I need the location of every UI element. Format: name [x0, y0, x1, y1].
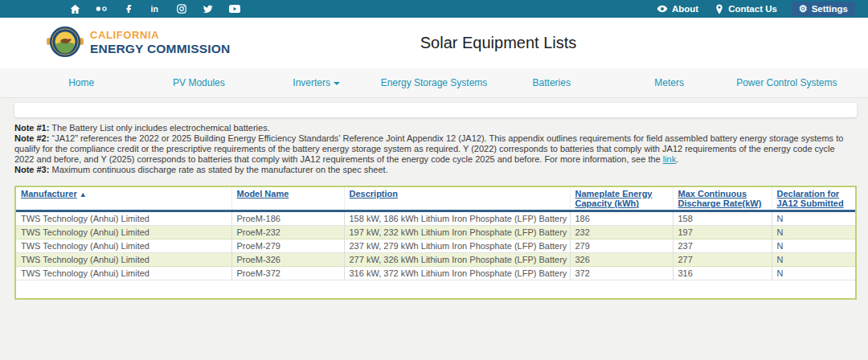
note-2-text: “JA12” references the 2022 or 2025 Build… [14, 133, 843, 164]
battery-list-table: Manufacturer▲Model NameDescriptionNamepl… [16, 187, 855, 280]
nav-item-pv-modules[interactable]: PV Modules [140, 77, 257, 88]
column-header-declaration-for-ja12-submitted: Declaration for JA12 Submitted [772, 187, 855, 211]
twitter-icon[interactable] [202, 3, 214, 15]
table-cell: 277 [673, 253, 772, 267]
table-cell: 277 kW, 326 kWh Lithium Iron Phosphate (… [344, 253, 570, 267]
logo-line-california: CALIFORNIA [90, 30, 231, 42]
sort-ascending-icon: ▲ [80, 190, 87, 199]
main-nav: HomePV ModulesInvertersEnergy Storage Sy… [0, 68, 868, 98]
instagram-icon[interactable] [175, 3, 187, 15]
table-cell: TWS Technology (Anhui) Limited [16, 211, 231, 226]
table-cell: 197 kW, 232 kWh Lithium Iron Phosphate (… [344, 226, 570, 239]
nav-item-batteries[interactable]: Batteries [493, 77, 610, 88]
social-icon-group: in [69, 3, 240, 15]
table-row: TWS Technology (Anhui) LimitedProeM-3262… [16, 253, 855, 267]
table-row: TWS Technology (Anhui) LimitedProeM-2321… [16, 226, 855, 239]
flickr-icon[interactable] [96, 3, 108, 15]
column-header-nameplate-energy-capacity-kwh: Nameplate Energy Capacity (kWh) [570, 187, 673, 211]
table-cell: 197 [673, 226, 772, 239]
note-1: Note #1: The Battery List only includes … [14, 123, 857, 133]
note-3: Note #3: Maximum continuous discharge ra… [14, 165, 857, 175]
about-label: About [672, 4, 698, 14]
note-3-label: Note #3: [14, 165, 49, 174]
facebook-icon[interactable] [122, 3, 134, 15]
table-cell: 237 [673, 239, 772, 253]
table-cell: 316 [673, 267, 772, 280]
logo-wordmark: CALIFORNIA ENERGY COMMISSION [90, 30, 231, 56]
site-header: CALIFORNIA ENERGY COMMISSION Solar Equip… [0, 18, 868, 68]
contact-us-label: Contact Us [728, 4, 777, 14]
table-cell: 326 [570, 253, 673, 267]
linkedin-icon[interactable]: in [149, 3, 161, 15]
note-2-label: Note #2: [14, 133, 49, 143]
notes-block: Note #1: The Battery List only includes … [14, 123, 857, 175]
table-cell: ProeM-186 [231, 211, 344, 226]
note-1-label: Note #1: [14, 123, 49, 133]
page-title: Solar Equipment Lists [420, 34, 577, 52]
column-sort-link[interactable]: Model Name [237, 189, 289, 198]
table-cell: TWS Technology (Anhui) Limited [16, 226, 231, 239]
table-body: TWS Technology (Anhui) LimitedProeM-1861… [16, 211, 855, 280]
youtube-icon[interactable] [228, 3, 240, 15]
nav-item-meters[interactable]: Meters [610, 77, 727, 88]
nav-item-energy-storage-systems[interactable]: Energy Storage Systems [375, 77, 493, 88]
settings-button[interactable]: ⚙ Settings [792, 2, 855, 16]
cec-seal-icon [47, 25, 84, 62]
column-header-manufacturer: Manufacturer▲ [16, 187, 231, 211]
column-sort-link[interactable]: Declaration for JA12 Submitted [777, 189, 844, 208]
table-cell: ProeM-232 [231, 226, 344, 239]
column-sort-link[interactable]: Description [350, 189, 399, 198]
eye-icon [657, 3, 669, 15]
nav-item-home[interactable]: Home [23, 77, 140, 88]
table-row: TWS Technology (Anhui) LimitedProeM-2792… [16, 239, 855, 253]
logo-line-energy-commission: ENERGY COMMISSION [90, 42, 231, 56]
cec-logo[interactable]: CALIFORNIA ENERGY COMMISSION [47, 25, 231, 62]
table-cell: N [772, 226, 855, 239]
column-sort-link[interactable]: Nameplate Energy Capacity (kWh) [575, 189, 653, 208]
column-sort-link[interactable]: Max Continuous Discharge Rate(kW) [678, 189, 762, 208]
table-cell: N [772, 239, 855, 253]
table-cell: 158 kW, 186 kWh Lithium Iron Phosphate (… [344, 211, 570, 226]
topbar-links: About Contact Us ⚙ Settings [657, 2, 855, 16]
table-cell: 158 [673, 211, 772, 226]
table-row: TWS Technology (Anhui) LimitedProeM-1861… [16, 211, 855, 226]
svg-text:in: in [150, 4, 158, 14]
map-pin-icon [713, 3, 725, 15]
chevron-down-icon [334, 82, 340, 85]
ja12-link[interactable]: link [663, 154, 677, 164]
table-header-row: Manufacturer▲Model NameDescriptionNamepl… [16, 187, 855, 211]
home-icon[interactable] [69, 3, 81, 15]
table-cell: 279 [570, 239, 673, 253]
table-row: TWS Technology (Anhui) LimitedProeM-3723… [16, 267, 855, 280]
content-area: Note #1: The Battery List only includes … [0, 98, 868, 300]
column-header-model-name: Model Name [231, 187, 344, 211]
table-cell: 186 [570, 211, 673, 226]
column-sort-link[interactable]: Manufacturer [21, 189, 77, 198]
table-cell: 237 kW, 279 kWh Lithium Iron Phosphate (… [344, 239, 570, 253]
note-3-text: Maximum continuous discharge rate as sta… [51, 165, 387, 174]
table-cell: N [772, 253, 855, 267]
note-2: Note #2: “JA12” references the 2022 or 2… [14, 133, 857, 165]
column-header-description: Description [344, 187, 570, 211]
note-2-text-end: . [676, 154, 678, 164]
table-cell: TWS Technology (Anhui) Limited [16, 267, 231, 280]
table-cell: 232 [570, 226, 673, 239]
table-cell: TWS Technology (Anhui) Limited [16, 253, 231, 267]
table-cell: ProeM-372 [231, 267, 344, 280]
table-cell: 316 kW, 372 kWh Lithium Iron Phosphate (… [344, 267, 570, 280]
about-link[interactable]: About [657, 3, 698, 15]
table-cell: N [772, 211, 855, 226]
contact-us-link[interactable]: Contact Us [713, 3, 777, 15]
battery-list-table-container: Manufacturer▲Model NameDescriptionNamepl… [14, 186, 857, 300]
settings-label: Settings [812, 4, 848, 14]
note-1-text: The Battery List only includes electroch… [51, 123, 269, 133]
table-cell: ProeM-279 [231, 239, 344, 253]
column-header-max-continuous-discharge-rate-kw: Max Continuous Discharge Rate(kW) [673, 187, 772, 211]
nav-item-inverters[interactable]: Inverters [258, 77, 375, 88]
nav-item-power-control-systems[interactable]: Power Control Systems [728, 77, 845, 88]
filter-panel-bottom [14, 103, 857, 117]
topbar: in About Contact Us ⚙ Settings [0, 0, 868, 18]
table-cell: N [772, 267, 855, 280]
table-cell: 372 [570, 267, 673, 280]
gear-icon: ⚙ [799, 4, 808, 14]
